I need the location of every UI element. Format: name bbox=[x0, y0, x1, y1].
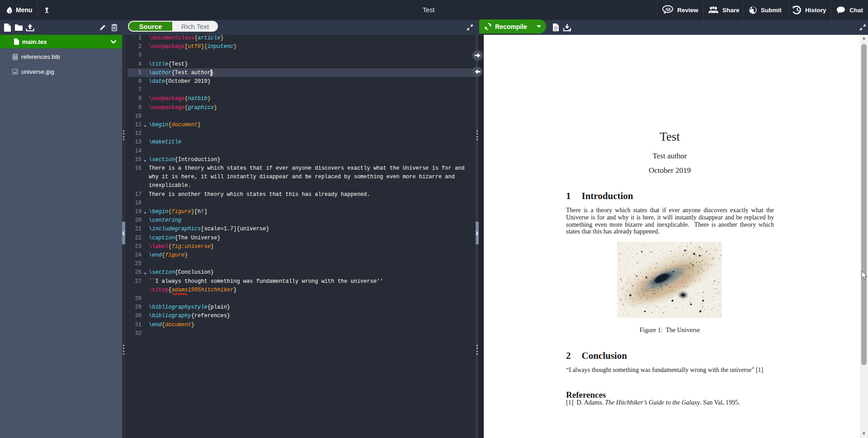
svg-text:Ab: Ab bbox=[665, 6, 671, 12]
